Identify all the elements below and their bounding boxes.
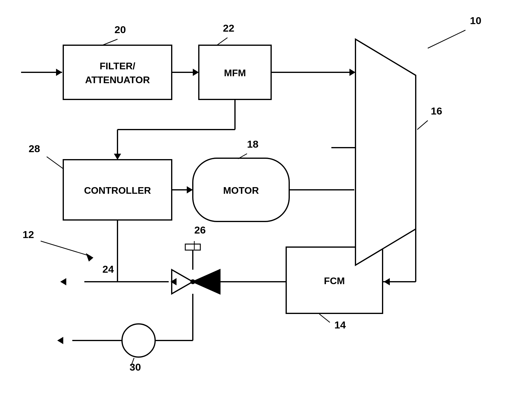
ref-16: 16: [431, 105, 442, 117]
ref-12: 12: [23, 229, 34, 240]
filter-attenuator-block: [63, 45, 172, 99]
ref-18: 18: [247, 138, 258, 150]
fcm-label: FCM: [324, 275, 345, 286]
turbine-shape: [355, 39, 416, 265]
ref-30: 30: [130, 361, 141, 373]
valve-center: [190, 279, 195, 284]
ref-28: 28: [29, 143, 40, 154]
controller-label: CONTROLLER: [84, 185, 151, 196]
filter-attenuator-label-2: ATTENUATOR: [85, 74, 150, 85]
motor-label: MOTOR: [223, 185, 259, 196]
ref-22: 22: [223, 22, 234, 34]
pump-circle: [122, 324, 155, 357]
valve-actuator: [185, 244, 200, 250]
mfm-label: MFM: [224, 67, 246, 78]
diagram-container: FILTER/ ATTENUATOR MFM CONTROLLER MOTOR …: [0, 0, 532, 411]
filter-attenuator-label-1: FILTER/: [100, 61, 136, 71]
ref-10: 10: [470, 15, 481, 26]
ref-14: 14: [334, 319, 346, 331]
ref-20: 20: [114, 24, 126, 35]
ref-26: 26: [194, 224, 206, 236]
ref-24: 24: [102, 263, 114, 275]
